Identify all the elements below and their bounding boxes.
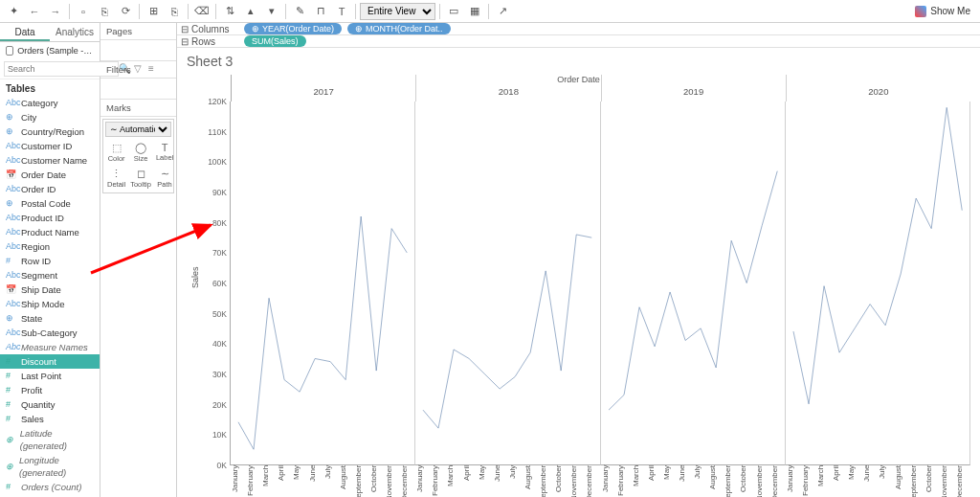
forward-icon[interactable]: → xyxy=(46,2,65,21)
x-tick: February xyxy=(431,465,446,497)
field-type-icon: ⊕ xyxy=(6,461,15,473)
field-sales[interactable]: #Sales xyxy=(0,412,100,426)
field-ship-date[interactable]: 📅Ship Date xyxy=(0,282,100,297)
show-me-label: Show Me xyxy=(930,6,970,16)
field-city[interactable]: ⊕City xyxy=(0,110,100,124)
x-tick: June xyxy=(678,465,693,497)
labels-icon[interactable]: T xyxy=(332,2,351,21)
mark-tooltip[interactable]: ◻Tooltip xyxy=(128,166,153,191)
sort-asc-icon[interactable]: ▴ xyxy=(241,2,260,21)
field-label: Quantity xyxy=(21,398,55,411)
new-datasource-icon[interactable]: ⎘ xyxy=(95,2,114,21)
x-tick: April xyxy=(647,465,662,497)
datasource-label: Orders (Sample - Super... xyxy=(17,46,94,56)
field-orders-count-[interactable]: #Orders (Count) xyxy=(0,480,100,494)
save-icon[interactable]: ▫ xyxy=(74,2,93,21)
x-labels-panel: JanuaryFebruaryMarchAprilMayJuneJulyAugu… xyxy=(786,465,970,497)
x-tick: July xyxy=(508,465,523,497)
filters-shelf[interactable] xyxy=(100,79,176,100)
pill-year[interactable]: ⊕ YEAR(Order Date) xyxy=(244,23,342,34)
field-discount[interactable]: #Discount xyxy=(0,354,100,369)
duplicate-icon[interactable]: ⎘ xyxy=(165,2,184,21)
x-tick: September xyxy=(354,465,369,497)
back-icon[interactable]: ← xyxy=(25,2,44,21)
field-type-icon: Abc xyxy=(6,154,17,167)
field-category[interactable]: AbcCategory xyxy=(0,96,100,110)
x-tick: September xyxy=(909,465,924,497)
x-tick: September xyxy=(539,465,554,497)
field-row-id[interactable]: #Row ID xyxy=(0,254,100,268)
field-profit[interactable]: #Profit xyxy=(0,383,100,397)
mark-color[interactable]: ⬚Color xyxy=(105,140,127,165)
x-tick: May xyxy=(478,465,493,497)
field-type-icon: # xyxy=(6,384,17,396)
pages-shelf[interactable] xyxy=(100,40,176,61)
pill-month[interactable]: ⊕ MONTH(Order Dat.. xyxy=(347,23,451,34)
chart-panel-2017[interactable] xyxy=(231,102,415,465)
field-label: Row ID xyxy=(21,255,51,267)
field-customer-name[interactable]: AbcCustomer Name xyxy=(0,153,100,168)
data-tab[interactable]: Data xyxy=(0,23,50,41)
share-icon[interactable]: ↗ xyxy=(493,2,512,21)
field-postal-code[interactable]: ⊕Postal Code xyxy=(0,196,100,211)
mark-icon: T xyxy=(162,142,168,153)
field-product-name[interactable]: AbcProduct Name xyxy=(0,225,100,239)
mark-icon: ⬚ xyxy=(112,142,122,154)
sheet-title[interactable]: Sheet 3 xyxy=(177,48,980,75)
field-measure-names[interactable]: AbcMeasure Names xyxy=(0,340,100,354)
field-quantity[interactable]: #Quantity xyxy=(0,397,100,412)
cards-icon[interactable]: ▦ xyxy=(465,2,484,21)
mark-path[interactable]: ∼Path xyxy=(154,166,175,191)
field-label: Ship Mode xyxy=(21,298,64,310)
x-tick: January xyxy=(786,465,801,497)
field-longitude-generated-[interactable]: ⊕Longitude (generated) xyxy=(0,453,100,480)
field-segment[interactable]: AbcSegment xyxy=(0,268,100,282)
tableau-icon[interactable]: ✦ xyxy=(4,2,23,21)
field-type-icon: Abc xyxy=(6,269,17,282)
field-state[interactable]: ⊕State xyxy=(0,311,100,326)
show-me-button[interactable]: Show Me xyxy=(909,4,976,19)
sort-desc-icon[interactable]: ▾ xyxy=(262,2,281,21)
field-last-point[interactable]: #Last Point xyxy=(0,369,100,383)
swap-icon[interactable]: ⇅ xyxy=(220,2,239,21)
field-latitude-generated-[interactable]: ⊕Latitude (generated) xyxy=(0,426,100,453)
new-worksheet-icon[interactable]: ⊞ xyxy=(144,2,163,21)
field-type-icon: ⊕ xyxy=(6,434,16,446)
field-order-id[interactable]: AbcOrder ID xyxy=(0,182,100,196)
mark-detail[interactable]: ⋮Detail xyxy=(105,166,127,191)
field-region[interactable]: AbcRegion xyxy=(0,239,100,254)
y-tick: 80K xyxy=(212,218,227,228)
cards-pane: Pages Filters Marks ∼ Automatic ⬚Color◯S… xyxy=(100,23,177,497)
columns-shelf[interactable]: ⊟Columns ⊕ YEAR(Order Date) ⊕ MONTH(Orde… xyxy=(177,23,980,35)
present-icon[interactable]: ▭ xyxy=(444,2,463,21)
field-label: Discount xyxy=(21,355,56,368)
field-sub-category[interactable]: AbcSub-Category xyxy=(0,326,100,340)
pill-sum-sales[interactable]: SUM(Sales) xyxy=(244,35,306,47)
clear-icon[interactable]: ⌫ xyxy=(192,2,212,21)
field-product-id[interactable]: AbcProduct ID xyxy=(0,211,100,225)
field-country-region[interactable]: ⊕Country/Region xyxy=(0,124,100,139)
field-label: State xyxy=(21,312,42,325)
field-label: City xyxy=(21,111,36,124)
chart-panel-2018[interactable] xyxy=(415,102,600,465)
field-order-date[interactable]: 📅Order Date xyxy=(0,168,100,182)
fit-select[interactable]: Entire View xyxy=(360,3,435,20)
field-ship-mode[interactable]: AbcShip Mode xyxy=(0,297,100,311)
chart-panel-2019[interactable] xyxy=(601,102,786,465)
analytics-tab[interactable]: Analytics xyxy=(50,23,100,41)
rows-shelf[interactable]: ⊟Rows SUM(Sales) xyxy=(177,35,980,48)
chart-viz[interactable]: Order Date 2017201820192020 Sales 0K10K2… xyxy=(177,75,980,497)
chart-panel-2020[interactable] xyxy=(786,102,970,465)
auto-update-icon[interactable]: ⟳ xyxy=(116,2,135,21)
highlight-icon[interactable]: ✎ xyxy=(290,2,309,21)
mark-label[interactable]: TLabel xyxy=(154,140,175,165)
marks-type-select[interactable]: ∼ Automatic xyxy=(105,122,171,137)
field-customer-id[interactable]: AbcCustomer ID xyxy=(0,139,100,153)
field-label: Ship Date xyxy=(21,283,61,296)
x-tick: December xyxy=(770,465,786,497)
x-tick: August xyxy=(523,465,539,497)
mark-size[interactable]: ◯Size xyxy=(128,140,153,165)
group-icon[interactable]: ⊓ xyxy=(311,2,330,21)
field-type-icon: # xyxy=(6,255,17,267)
datasource-item[interactable]: Orders (Sample - Super... xyxy=(0,42,100,59)
